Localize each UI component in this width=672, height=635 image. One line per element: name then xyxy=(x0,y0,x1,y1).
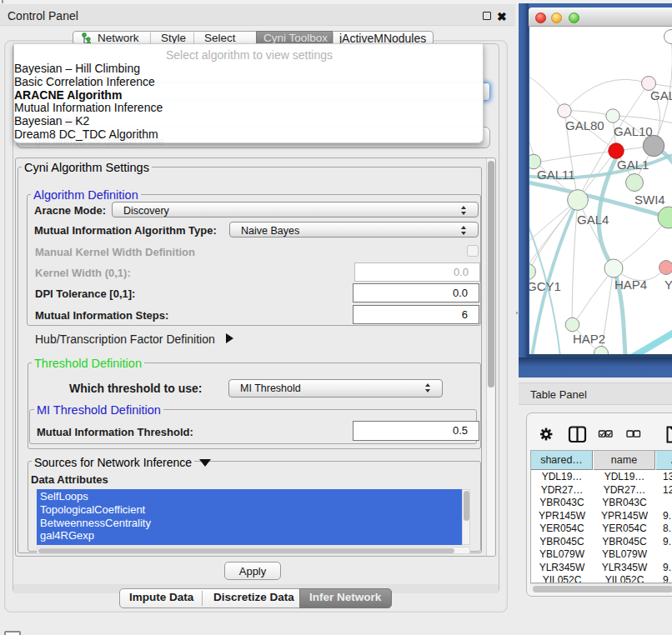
svg-text:GAL11: GAL11 xyxy=(537,168,575,182)
svg-text:GAL1: GAL1 xyxy=(617,158,649,172)
svg-text:GCY1: GCY1 xyxy=(529,279,561,293)
svg-text:HAP4: HAP4 xyxy=(614,278,647,292)
svg-text:GAL80: GAL80 xyxy=(565,118,604,132)
svg-text:YE: YE xyxy=(664,278,672,292)
svg-text:HAP2: HAP2 xyxy=(573,332,605,346)
svg-text:SWI4: SWI4 xyxy=(634,192,665,207)
svg-text:GAL4: GAL4 xyxy=(577,212,609,227)
svg-text:GAL10: GAL10 xyxy=(614,124,653,138)
svg-text:GAL7: GAL7 xyxy=(650,88,672,102)
